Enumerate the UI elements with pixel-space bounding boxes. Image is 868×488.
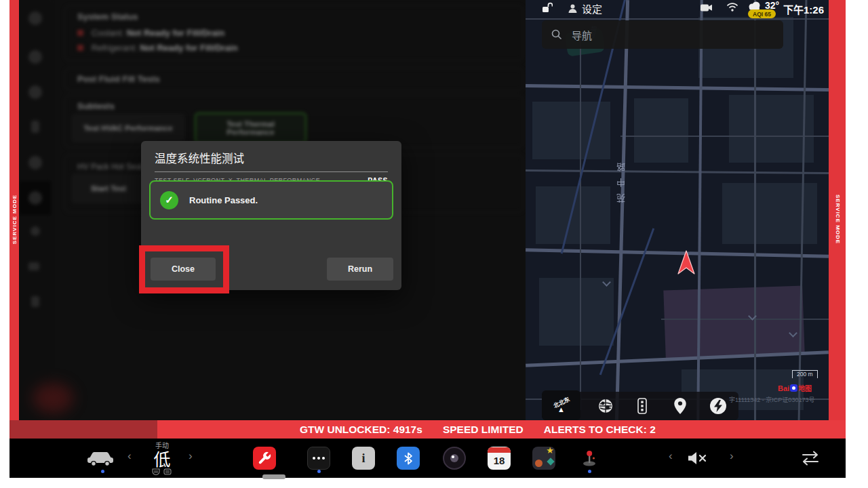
map-license-text: 字11111342 - 京ICP证030173号 xyxy=(729,395,814,404)
dialog-result-box: ✓ Routine Passed. xyxy=(149,180,393,220)
arcade-planet-icon xyxy=(535,460,542,467)
map-road xyxy=(526,169,829,174)
map-block xyxy=(536,186,610,244)
dialog-title: 温度系统性能测试 xyxy=(155,141,388,172)
charging-bolt-icon xyxy=(709,397,727,415)
nav-search-bar[interactable]: 导航 xyxy=(542,20,783,49)
toybox-app-button[interactable] xyxy=(578,447,601,470)
defrost-front-icon xyxy=(152,468,160,475)
map-road xyxy=(580,37,581,410)
service-mode-label-right: SERVICE MODE xyxy=(835,195,841,244)
map-road xyxy=(754,0,756,420)
app-drawer-active-dot xyxy=(317,470,321,473)
baidu-paw-icon xyxy=(790,384,797,392)
car-icon xyxy=(85,449,115,467)
defrost-rear-icon xyxy=(163,468,172,475)
speed-limited-label: SPEED LIMITED xyxy=(443,424,524,436)
bluetooth-icon xyxy=(403,452,413,465)
baidu-logo-suffix: 地图 xyxy=(798,383,812,393)
highlight-box xyxy=(139,245,229,293)
arcade-app-button[interactable]: ★ xyxy=(532,447,555,470)
climate-temp-button[interactable]: 低 xyxy=(145,446,179,470)
map-road xyxy=(526,18,829,20)
calendar-day-label: 18 xyxy=(494,453,505,469)
map-canvas[interactable]: 苑中路 坝河 设定 32° AQI 65 下午1:26 xyxy=(526,0,829,420)
release-notes-button[interactable]: i xyxy=(352,447,375,470)
bluetooth-button[interactable] xyxy=(397,447,420,470)
map-block-purple xyxy=(663,285,804,358)
pin-icon xyxy=(674,398,686,414)
info-icon: i xyxy=(361,451,365,466)
app-drawer-button[interactable] xyxy=(307,447,330,470)
gtw-unlocked-label: GTW UNLOCKED: 4917s xyxy=(300,424,422,436)
calendar-top-band xyxy=(488,447,511,453)
camera-app-button[interactable] xyxy=(443,447,466,470)
clock-label: 下午1:26 xyxy=(783,2,824,16)
map-block xyxy=(532,102,610,159)
climate-left-chevron[interactable]: ‹ xyxy=(127,449,132,463)
arcade-star-icon: ★ xyxy=(546,447,554,455)
volume-right-chevron[interactable]: › xyxy=(730,449,734,463)
map-scale: 200 m xyxy=(792,370,818,378)
car-controls-button[interactable] xyxy=(81,447,119,470)
map-road xyxy=(526,84,829,92)
climate-right-chevron[interactable]: › xyxy=(189,449,193,463)
service-mode-label-left: SERVICE MODE xyxy=(12,195,18,244)
map-block xyxy=(539,278,614,346)
vehicle-location-marker xyxy=(676,249,696,277)
dialog-result-message: Routine Passed. xyxy=(189,195,258,205)
wifi-icon[interactable] xyxy=(726,3,738,12)
map-status-bar xyxy=(542,2,553,14)
traffic-light-icon xyxy=(637,398,647,414)
baidu-logo: Bai 地图 xyxy=(778,383,812,393)
calendar-app-button[interactable]: 18 xyxy=(488,447,511,470)
dashcam-icon[interactable] xyxy=(701,3,713,13)
road-name-label: 苑中路 xyxy=(615,156,628,203)
search-icon xyxy=(551,29,562,40)
service-app-active-notch xyxy=(262,474,285,479)
driver-profile[interactable]: 设定 xyxy=(568,1,602,16)
map-block xyxy=(634,98,688,163)
alert-banner-dim-segment xyxy=(9,420,157,439)
volume-left-chevron[interactable]: ‹ xyxy=(669,449,673,463)
map-block xyxy=(729,95,814,163)
map-road xyxy=(661,319,829,320)
alerts-to-check-label: ALERTS TO CHECK: 2 xyxy=(544,424,656,436)
mute-icon[interactable] xyxy=(688,451,709,466)
check-circle-icon: ✓ xyxy=(160,191,178,209)
joystick-icon xyxy=(582,450,597,466)
map-road xyxy=(615,0,629,420)
arcade-gem-icon xyxy=(547,458,554,465)
camera-lens-icon xyxy=(450,454,458,462)
cloud-icon xyxy=(748,1,761,10)
service-mode-strip-left: SERVICE MODE xyxy=(9,0,19,420)
toybox-active-dot xyxy=(588,470,591,473)
map-charging-button[interactable] xyxy=(709,396,728,415)
map-globe-button[interactable] xyxy=(596,396,615,415)
nav-search-placeholder: 导航 xyxy=(572,28,592,42)
settings-label: 设定 xyxy=(582,1,602,16)
driver-profile-icon xyxy=(568,3,578,14)
service-app-icon[interactable] xyxy=(253,447,276,470)
map-traffic-button[interactable] xyxy=(633,396,652,415)
map-pins-button[interactable] xyxy=(671,396,690,415)
baidu-logo-text: Bai xyxy=(778,384,789,392)
taskbar: ‹ 手动 低 › i 18 ★ xyxy=(9,439,846,478)
swap-arrows-icon[interactable] xyxy=(800,450,821,466)
wrench-icon xyxy=(257,451,272,466)
service-mode-strip-right: SERVICE MODE xyxy=(829,0,846,420)
map-road xyxy=(620,136,829,137)
alert-banner: GTW UNLOCKED: 4917s SPEED LIMITED ALERTS… xyxy=(9,420,846,439)
compass-widget[interactable]: 北北东 ▲ xyxy=(542,390,580,420)
car-active-dot xyxy=(101,470,104,473)
unlocked-icon xyxy=(542,2,553,14)
globe-icon xyxy=(597,398,614,414)
rerun-button[interactable]: Rerun xyxy=(327,258,393,281)
aqi-badge: AQI 65 xyxy=(748,9,776,18)
